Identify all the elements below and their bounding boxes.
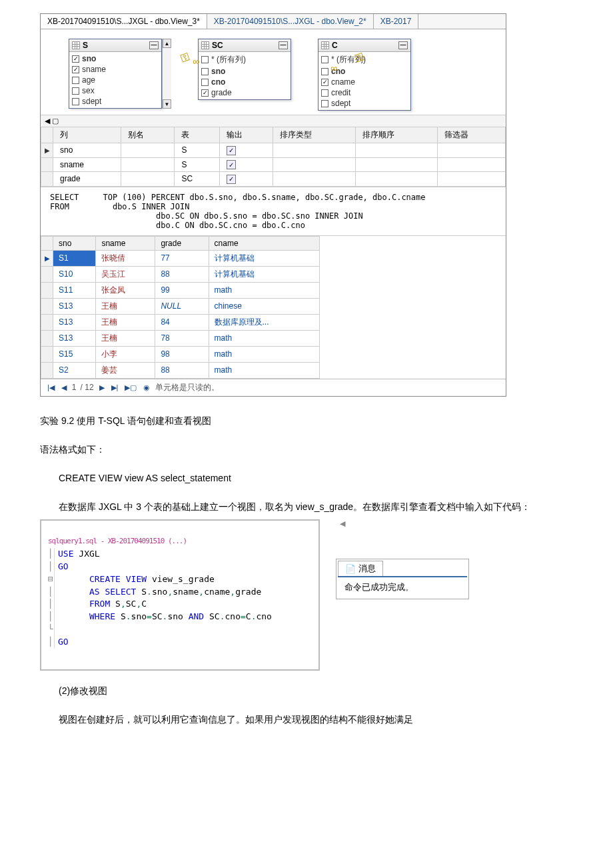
stop-icon[interactable]: ◉ bbox=[142, 383, 151, 392]
diagram-pane[interactable]: S — ✓sno✓snameagesexsdept ▲ ▼ ⚿ ∞ SC — bbox=[41, 29, 506, 115]
column-checkbox[interactable] bbox=[201, 79, 209, 86]
column-checkbox[interactable]: ✓ bbox=[72, 55, 79, 63]
design-header[interactable]: 别名 bbox=[121, 127, 174, 143]
table-box-c[interactable]: C — * (所有列)cno✓cnamecreditsdept bbox=[318, 39, 411, 111]
column-checkbox[interactable]: ✓ bbox=[201, 89, 209, 97]
result-header[interactable]: grade bbox=[155, 236, 209, 250]
design-header[interactable]: 列 bbox=[53, 127, 121, 143]
column-name: sno bbox=[82, 54, 96, 63]
column-row[interactable]: credit bbox=[320, 87, 409, 98]
message-tab-row: 📄 消息 bbox=[338, 561, 467, 577]
column-checkbox[interactable] bbox=[321, 100, 328, 107]
scroll-v[interactable]: ▲ ▼ bbox=[162, 39, 171, 109]
message-tab[interactable]: 📄 消息 bbox=[338, 561, 383, 576]
result-row[interactable]: S13王楠NULLchinese bbox=[41, 298, 320, 314]
result-row[interactable]: S11张金凤99math bbox=[41, 282, 320, 298]
result-row[interactable]: S2姜芸88math bbox=[41, 362, 320, 378]
column-list-s: ✓sno✓snameagesexsdept bbox=[69, 52, 161, 108]
tab-label: XB-201704091510\S...JXGL - dbo.View_3* bbox=[47, 17, 200, 26]
table-title-s: S — bbox=[69, 39, 161, 52]
column-row[interactable]: ✓sname bbox=[71, 64, 160, 75]
sql-pane[interactable]: SELECT TOP (100) PERCENT dbo.S.sno, dbo.… bbox=[41, 187, 506, 236]
design-header[interactable]: 筛选器 bbox=[438, 127, 506, 143]
document-tabs: XB-201704091510\S...JXGL - dbo.View_3* X… bbox=[41, 14, 506, 29]
minimize-icon[interactable]: — bbox=[149, 41, 159, 49]
design-row[interactable]: gradeSC✓ bbox=[41, 172, 506, 187]
message-panel-wrap: ◀ 📄 消息 命令已成功完成。 bbox=[336, 519, 469, 599]
results-grid[interactable]: snosnamegradecname ▶S1张晓倩77计算机基础S10吴玉江88… bbox=[41, 236, 320, 379]
column-checkbox[interactable] bbox=[321, 56, 328, 63]
minimize-icon[interactable]: — bbox=[398, 41, 408, 49]
tab-label: XB-2017 bbox=[380, 17, 412, 26]
column-checkbox[interactable] bbox=[321, 89, 328, 97]
hscroll-indicator[interactable]: ◀ ▢ bbox=[41, 115, 506, 127]
table-box-s[interactable]: S — ✓sno✓snameagesexsdept bbox=[69, 39, 162, 109]
column-checkbox[interactable]: ✓ bbox=[72, 66, 79, 73]
sql-code-editor[interactable]: sqlquery1.sql - XB-201704091510 (...)│US… bbox=[40, 519, 320, 670]
scroll-left-icon[interactable]: ◀ bbox=[336, 519, 469, 528]
minimize-icon[interactable]: — bbox=[279, 41, 288, 49]
column-name: sdept bbox=[331, 99, 350, 108]
column-row[interactable]: ✓cname bbox=[320, 77, 409, 87]
join-infinity-icon: ∞ bbox=[193, 56, 199, 67]
design-row[interactable]: ▶snoS✓ bbox=[41, 143, 506, 158]
column-checkbox[interactable] bbox=[72, 77, 79, 84]
result-row[interactable]: S15小李98math bbox=[41, 346, 320, 362]
editor-tab-hint: sqlquery1.sql - XB-201704091510 (...) bbox=[48, 536, 312, 547]
code-and-message: sqlquery1.sql - XB-201704091510 (...)│US… bbox=[40, 519, 573, 670]
design-header[interactable]: 输出 bbox=[219, 127, 273, 143]
column-row[interactable]: sdept bbox=[71, 96, 160, 107]
column-checkbox[interactable] bbox=[321, 68, 328, 75]
para-syntax: CREATE VIEW view AS select_statement bbox=[40, 470, 573, 487]
tab-2017[interactable]: XB-2017 bbox=[374, 14, 419, 29]
design-row[interactable]: snameS✓ bbox=[41, 157, 506, 172]
result-row[interactable]: S13王楠84数据库原理及... bbox=[41, 314, 320, 330]
last-record-icon[interactable]: ▶| bbox=[110, 383, 120, 392]
first-record-icon[interactable]: |◀ bbox=[46, 383, 56, 392]
column-row[interactable]: ✓grade bbox=[200, 87, 289, 98]
column-row[interactable]: age bbox=[71, 75, 160, 85]
result-row[interactable]: S10吴玉江88计算机基础 bbox=[41, 266, 320, 282]
column-checkbox[interactable] bbox=[201, 56, 209, 63]
column-row[interactable]: cno bbox=[200, 77, 289, 87]
tab-view2[interactable]: XB-201704091510\S...JXGL - dbo.View_2* bbox=[207, 14, 374, 29]
cell-status: 单元格是只读的。 bbox=[155, 382, 219, 393]
message-tab-label: 消息 bbox=[358, 563, 376, 575]
column-name: * (所有列) bbox=[211, 54, 246, 65]
new-record-icon[interactable]: ▶▢ bbox=[123, 383, 138, 392]
column-checkbox[interactable]: ✓ bbox=[321, 79, 328, 86]
table-box-s-wrap: S — ✓sno✓snameagesexsdept ▲ ▼ bbox=[69, 39, 171, 109]
table-box-sc[interactable]: SC — * (所有列)snocno✓grade bbox=[198, 39, 291, 100]
column-checkbox[interactable] bbox=[72, 98, 79, 105]
column-checkbox[interactable] bbox=[201, 68, 209, 75]
design-header[interactable]: 排序顺序 bbox=[355, 127, 437, 143]
para-body: 视图在创建好后，就可以利用它查询信息了。如果用户发现视图的结构不能很好她满足 bbox=[40, 711, 573, 728]
column-row[interactable]: * (所有列) bbox=[200, 53, 289, 66]
result-header[interactable]: sname bbox=[96, 236, 155, 250]
column-name: age bbox=[82, 75, 95, 85]
para-subheading: (2)修改视图 bbox=[40, 683, 573, 699]
column-row[interactable]: sdept bbox=[320, 98, 409, 109]
view-designer-window: XB-201704091510\S...JXGL - dbo.View_3* X… bbox=[40, 13, 506, 397]
design-header[interactable]: 表 bbox=[175, 127, 219, 143]
column-row[interactable]: sex bbox=[71, 85, 160, 96]
table-icon bbox=[201, 41, 209, 49]
result-row[interactable]: ▶S1张晓倩77计算机基础 bbox=[41, 250, 320, 266]
next-record-icon[interactable]: ▶ bbox=[98, 383, 106, 392]
total-records: / 12 bbox=[81, 383, 94, 392]
result-header[interactable]: cname bbox=[209, 236, 319, 250]
message-body: 命令已成功完成。 bbox=[338, 577, 467, 597]
result-row[interactable]: S13王楠78math bbox=[41, 330, 320, 346]
tab-view3[interactable]: XB-201704091510\S...JXGL - dbo.View_3* bbox=[41, 14, 207, 29]
column-row[interactable]: ✓sno bbox=[71, 53, 160, 64]
scroll-up-icon[interactable]: ▲ bbox=[163, 39, 171, 48]
column-row[interactable]: sno bbox=[200, 66, 289, 77]
criteria-grid[interactable]: 列别名表输出排序类型排序顺序筛选器 ▶snoS✓snameS✓gradeSC✓ bbox=[41, 127, 506, 187]
scroll-down-icon[interactable]: ▼ bbox=[163, 99, 171, 109]
design-header[interactable]: 排序类型 bbox=[273, 127, 355, 143]
column-checkbox[interactable] bbox=[72, 87, 79, 95]
tab-label: XB-201704091510\S...JXGL - dbo.View_2* bbox=[214, 17, 366, 26]
prev-record-icon[interactable]: ◀ bbox=[60, 383, 68, 392]
column-name: grade bbox=[211, 88, 232, 97]
result-header[interactable]: sno bbox=[53, 236, 96, 250]
